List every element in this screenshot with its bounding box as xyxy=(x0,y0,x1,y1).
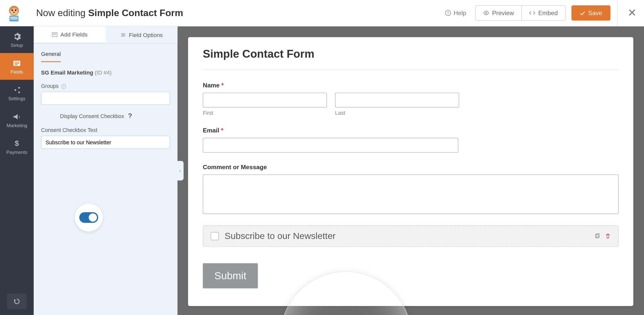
help-icon[interactable]: ? xyxy=(61,84,66,89)
duplicate-icon[interactable] xyxy=(594,233,600,239)
field-id-row: SG Email Marketing (ID #4) xyxy=(41,69,170,76)
newsletter-label: Subscribe to our Newsletter xyxy=(225,231,336,241)
collapse-panel-button[interactable]: ‹ xyxy=(177,161,184,181)
field-id: (ID #4) xyxy=(95,69,112,76)
svg-rect-7 xyxy=(10,18,18,19)
name-label: Name * xyxy=(203,81,619,88)
help-label: Help xyxy=(454,10,466,17)
first-name-input[interactable] xyxy=(203,92,327,107)
email-input[interactable] xyxy=(203,138,459,153)
newsletter-checkbox[interactable] xyxy=(211,232,219,240)
svg-text:$: $ xyxy=(15,139,19,147)
email-label: Email * xyxy=(203,127,619,134)
nav-settings[interactable]: Settings xyxy=(0,80,34,107)
help-link[interactable]: ? Help xyxy=(445,10,466,17)
svg-point-10 xyxy=(485,12,487,14)
consent-toggle-label: Display Consent Checkbox xyxy=(60,113,124,119)
form-title: Simple Contact Form xyxy=(203,48,619,70)
nav-marketing-label: Marketing xyxy=(7,123,27,128)
left-nav: Setup Fields Settings Marketing $ Paymen… xyxy=(0,26,34,315)
save-button[interactable]: Save xyxy=(571,5,610,20)
svg-point-3 xyxy=(15,9,17,11)
consent-text-label: Consent Checkbox Text xyxy=(41,127,170,133)
editing-prefix: Now editing xyxy=(36,7,86,18)
svg-point-27 xyxy=(122,36,123,37)
email-field[interactable]: Email * xyxy=(203,127,619,153)
nav-payments-label: Payments xyxy=(6,150,27,155)
nav-marketing[interactable]: Marketing xyxy=(0,107,34,133)
consent-toggle[interactable] xyxy=(79,212,98,223)
embed-label: Embed xyxy=(538,10,558,17)
svg-point-4 xyxy=(13,12,15,13)
close-button[interactable]: ✕ xyxy=(628,7,637,19)
revisions-button[interactable] xyxy=(7,294,27,309)
svg-point-26 xyxy=(124,34,125,35)
save-label: Save xyxy=(588,10,602,17)
form-card: Simple Contact Form Name * First Last Em… xyxy=(188,37,633,306)
field-provider-name: SG Email Marketing xyxy=(41,69,93,76)
preview-button[interactable]: Preview xyxy=(476,6,521,20)
form-name: Simple Contact Form xyxy=(88,7,183,18)
sub-tab-general[interactable]: General xyxy=(41,51,61,62)
canvas: Simple Contact Form Name * First Last Em… xyxy=(177,26,644,315)
comment-textarea[interactable] xyxy=(203,174,619,214)
last-name-input[interactable] xyxy=(335,92,459,107)
last-sublabel: Last xyxy=(335,110,459,116)
first-sublabel: First xyxy=(203,110,327,116)
nav-setup-label: Setup xyxy=(11,43,23,48)
nav-fields-label: Fields xyxy=(11,69,23,74)
svg-point-16 xyxy=(15,89,16,91)
submit-button[interactable]: Submit xyxy=(203,263,258,288)
editing-title: Now editing Simple Contact Form xyxy=(36,7,183,18)
comment-field[interactable]: Comment or Message xyxy=(203,163,619,214)
delete-icon[interactable] xyxy=(605,233,611,239)
svg-point-17 xyxy=(18,91,20,93)
topbar: Now editing Simple Contact Form ? Help P… xyxy=(0,0,644,26)
svg-rect-13 xyxy=(15,63,19,64)
nav-payments[interactable]: $ Payments xyxy=(0,133,34,160)
groups-input[interactable] xyxy=(41,92,170,105)
preview-label: Preview xyxy=(492,10,514,17)
groups-label-row: Groups ? xyxy=(41,83,170,89)
svg-rect-6 xyxy=(10,17,18,17)
name-field[interactable]: Name * First Last xyxy=(203,81,619,116)
tab-add-fields[interactable]: Add Fields xyxy=(34,26,106,43)
groups-label: Groups xyxy=(41,83,59,89)
svg-point-15 xyxy=(18,87,20,89)
app-logo xyxy=(4,3,24,23)
comment-label: Comment or Message xyxy=(203,163,619,170)
help-icon[interactable]: ? xyxy=(128,112,132,120)
side-panel: Add Fields Field Options General SG Emai… xyxy=(34,26,178,315)
tab-add-fields-label: Add Fields xyxy=(60,31,88,38)
preview-embed-group: Preview Embed xyxy=(475,5,566,20)
svg-rect-14 xyxy=(15,64,18,65)
svg-point-1 xyxy=(10,8,18,15)
svg-point-25 xyxy=(122,33,123,34)
tab-field-options-label: Field Options xyxy=(129,31,163,38)
nav-settings-label: Settings xyxy=(8,96,25,101)
tab-field-options[interactable]: Field Options xyxy=(106,26,178,43)
svg-rect-12 xyxy=(15,62,19,62)
embed-button[interactable]: Embed xyxy=(521,6,565,20)
consent-text-input[interactable] xyxy=(41,136,170,149)
nav-fields[interactable]: Fields xyxy=(0,53,34,80)
nav-setup[interactable]: Setup xyxy=(0,26,34,53)
svg-point-2 xyxy=(12,9,13,11)
toggle-highlight xyxy=(75,203,103,231)
svg-text:?: ? xyxy=(447,11,449,15)
newsletter-field[interactable]: Subscribe to our Newsletter xyxy=(203,225,619,247)
